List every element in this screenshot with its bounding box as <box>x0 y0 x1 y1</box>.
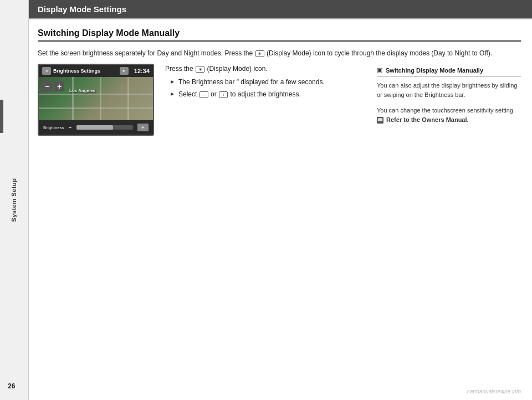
intro-text2: (Display Mode) icon to cycle through the… <box>267 49 492 57</box>
section-title: Switching Display Mode Manually <box>38 28 521 42</box>
page-number: 26 <box>8 382 15 390</box>
info-para-1: You can also adjust the display brightne… <box>377 81 521 99</box>
screenshot-column: ☀ Brightness Settings ✦ 12:34 <box>38 64 154 136</box>
watermark: carmanualsonline.info <box>467 388 521 394</box>
intro-text1: Set the screen brightness separately for… <box>38 49 253 57</box>
screen-bottom-bar: Brightness − + <box>39 120 153 135</box>
info-para-2-text: You can change the touchscreen sensitivi… <box>377 107 515 114</box>
brightness-label: Brightness <box>43 125 64 130</box>
header-title: Display Mode Settings <box>38 4 126 14</box>
brightness-plus-btn[interactable]: + <box>137 124 149 131</box>
road-v2 <box>100 77 101 120</box>
display-mode-icon-inline: ☀ <box>255 50 264 57</box>
sidebar: System Setup <box>0 0 29 400</box>
road-h2 <box>39 107 153 109</box>
road-v3 <box>127 77 129 120</box>
screen-time: 12:34 <box>134 68 150 74</box>
header-bar: Display Mode Settings <box>29 0 532 18</box>
bullet-text-1: The Brightness bar " displayed for a few… <box>178 78 325 86</box>
instruction-line1b: (Display Mode) icon. <box>207 65 267 73</box>
mp-controls: − + <box>42 81 64 91</box>
plus-btn[interactable]: + <box>54 81 64 91</box>
info-icon: ▣ <box>377 66 382 74</box>
plus-icon: + <box>219 91 228 98</box>
sidebar-indicator <box>0 100 3 133</box>
screen-map: Los Angeles − + <box>39 77 153 120</box>
minus-icon: − <box>200 91 208 98</box>
minus-btn[interactable]: − <box>42 81 52 91</box>
brightness-bar[interactable] <box>76 125 133 130</box>
book-icon: 📖 <box>377 117 383 124</box>
screen-header-text: Brightness Settings <box>53 68 120 74</box>
main-content: Display Mode Settings Switching Display … <box>29 0 532 400</box>
screen-header-icon2: ✦ <box>120 67 129 75</box>
display-mode-icon: ☀ <box>196 66 204 73</box>
press-the-text: Press the <box>165 65 193 73</box>
owners-manual-link: Refer to the Owners Manual. <box>386 116 469 123</box>
brightness-fill <box>76 125 114 130</box>
screen-header: ☀ Brightness Settings ✦ 12:34 <box>39 65 153 77</box>
intro-paragraph: Set the screen brightness separately for… <box>38 48 521 58</box>
info-header-title: Switching Display Mode Manually <box>386 67 483 74</box>
sidebar-label: System Setup <box>11 178 18 222</box>
brightness-minus[interactable]: − <box>69 125 72 131</box>
city-label: Los Angeles <box>69 88 95 93</box>
bullet-text-2-select: Select <box>178 90 197 98</box>
info-para-2: You can change the touchscreen sensitivi… <box>377 106 521 124</box>
info-box: ▣ Switching Display Mode Manually You ca… <box>377 66 521 131</box>
screen-settings-icon: ☀ <box>42 67 51 75</box>
road-h1 <box>39 94 153 95</box>
road-v1 <box>72 77 74 120</box>
info-header: ▣ Switching Display Mode Manually <box>377 66 521 76</box>
screen-mockup: ☀ Brightness Settings ✦ 12:34 <box>38 64 154 136</box>
